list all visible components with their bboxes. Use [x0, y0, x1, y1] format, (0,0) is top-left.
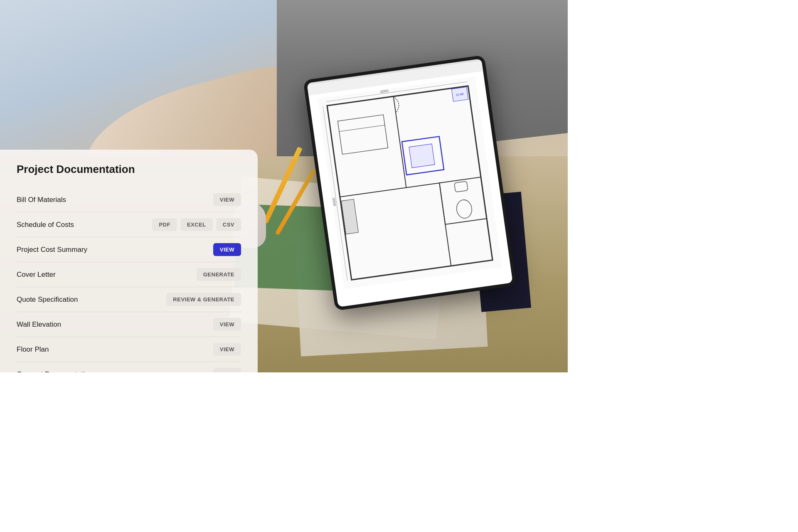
btn-group-project-cost-summary: VIEW: [213, 243, 241, 256]
btn-group-quote-specification: REVIEW & GENERATE: [166, 293, 241, 306]
bg-tablet: 4000 4000 10 MF: [303, 55, 517, 311]
doc-item-quote-specification: Quote SpecificationREVIEW & GENERATE: [17, 287, 241, 312]
doc-name-bill-of-materials: Bill Of Materials: [17, 196, 66, 204]
doc-item-wall-elevation: Wall ElevationVIEW: [17, 312, 241, 337]
btn-group-cover-letter: GENERATE: [197, 268, 241, 281]
btn-pdf-schedule-of-costs[interactable]: PDF: [152, 218, 177, 231]
doc-name-wall-elevation: Wall Elevation: [17, 320, 61, 329]
svg-rect-14: [409, 144, 435, 168]
btn-group-floor-plan: VIEW: [213, 343, 241, 356]
btn-group-consent-documentation: VIEW: [213, 368, 241, 372]
svg-rect-2: [318, 76, 502, 289]
doc-name-floor-plan: Floor Plan: [17, 345, 49, 354]
doc-item-consent-documentation: Consent DocumentationVIEW: [17, 362, 241, 372]
btn-view-wall-elevation[interactable]: VIEW: [213, 318, 241, 331]
btn-group-schedule-of-costs: PDFEXCELCSV: [152, 218, 241, 231]
btn-view-consent-documentation[interactable]: VIEW: [213, 368, 241, 372]
doc-item-cover-letter: Cover LetterGENERATE: [17, 262, 241, 287]
panel-title: Project Documentation: [17, 163, 241, 176]
btn-csv-schedule-of-costs[interactable]: CSV: [216, 218, 241, 231]
doc-name-schedule-of-costs: Schedule of Costs: [17, 221, 74, 229]
doc-name-consent-documentation: Consent Documentation: [17, 370, 92, 373]
doc-item-bill-of-materials: Bill Of MaterialsVIEW: [17, 187, 241, 212]
btn-generate-cover-letter[interactable]: GENERATE: [197, 268, 241, 281]
doc-name-cover-letter: Cover Letter: [17, 271, 56, 279]
doc-item-floor-plan: Floor PlanVIEW: [17, 337, 241, 362]
btn-group-wall-elevation: VIEW: [213, 318, 241, 331]
btn-review-generate-quote-specification[interactable]: REVIEW & GENERATE: [166, 293, 241, 306]
doc-name-project-cost-summary: Project Cost Summary: [17, 246, 87, 254]
btn-view-floor-plan[interactable]: VIEW: [213, 343, 241, 356]
btn-group-bill-of-materials: VIEW: [213, 193, 241, 206]
btn-view-project-cost-summary[interactable]: VIEW: [213, 243, 241, 256]
bg-tablet-screen: 4000 4000 10 MF: [307, 59, 513, 307]
doc-name-quote-specification: Quote Specification: [17, 296, 78, 304]
project-documentation-panel: Project Documentation Bill Of MaterialsV…: [0, 150, 258, 372]
doc-item-schedule-of-costs: Schedule of CostsPDFEXCELCSV: [17, 212, 241, 237]
btn-view-bill-of-materials[interactable]: VIEW: [213, 193, 241, 206]
doc-item-project-cost-summary: Project Cost SummaryVIEW: [17, 237, 241, 262]
btn-excel-schedule-of-costs[interactable]: EXCEL: [180, 218, 213, 231]
document-list: Bill Of MaterialsVIEWSchedule of CostsPD…: [17, 187, 241, 372]
